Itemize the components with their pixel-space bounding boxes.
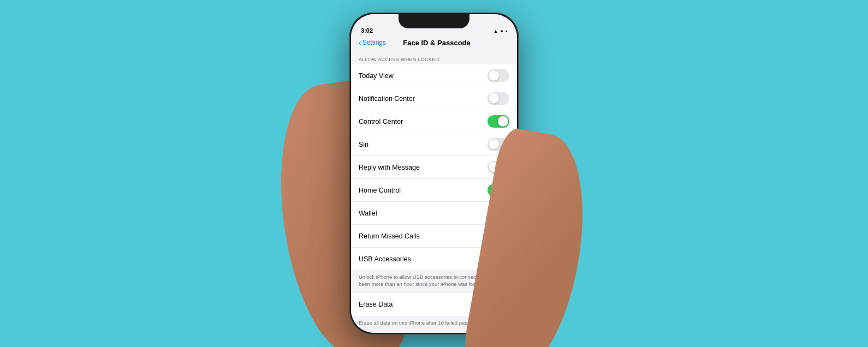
list-item: Notification Center xyxy=(351,87,517,110)
row-label-home-control: Home Control xyxy=(359,187,401,194)
section-header: ALLOW ACCESS WHEN LOCKED: xyxy=(351,51,517,64)
signal-icon: ▲ xyxy=(493,28,498,34)
list-item: Control Center xyxy=(351,110,517,133)
row-label-today-view: Today View xyxy=(359,72,394,80)
toggle-today-view[interactable] xyxy=(487,69,509,82)
row-label-siri: Siri xyxy=(359,141,368,148)
phone-notch xyxy=(399,14,469,28)
toggle-knob xyxy=(498,116,508,127)
toggle-knob xyxy=(489,70,499,81)
status-icons: ▲ ● ▪ xyxy=(493,28,507,34)
back-chevron-icon: ‹ xyxy=(359,38,361,47)
battery-icon: ▪ xyxy=(506,28,507,34)
wifi-icon: ● xyxy=(500,28,503,34)
row-label-erase-data: Erase Data xyxy=(359,301,393,308)
page-title: Face ID & Passcode xyxy=(364,39,509,47)
row-label-usb-accessories: USB Accessories xyxy=(359,255,411,263)
list-item: Today View xyxy=(351,64,517,87)
row-label-reply-message: Reply with Message xyxy=(359,164,420,171)
toggle-control-center[interactable] xyxy=(487,115,509,128)
toggle-knob xyxy=(489,139,499,149)
row-label-control-center: Control Center xyxy=(359,118,403,125)
nav-bar: ‹ Settings Face ID & Passcode xyxy=(351,36,517,51)
row-label-wallet: Wallet xyxy=(359,210,377,217)
list-item: Siri xyxy=(351,133,517,156)
toggle-knob xyxy=(489,93,499,104)
list-item: Reply with Message xyxy=(351,156,517,179)
row-label-notification-center: Notification Center xyxy=(359,95,415,103)
row-label-return-missed-calls: Return Missed Calls xyxy=(359,232,420,240)
status-time: 3:02 xyxy=(361,27,373,34)
toggle-notification-center[interactable] xyxy=(487,92,509,105)
